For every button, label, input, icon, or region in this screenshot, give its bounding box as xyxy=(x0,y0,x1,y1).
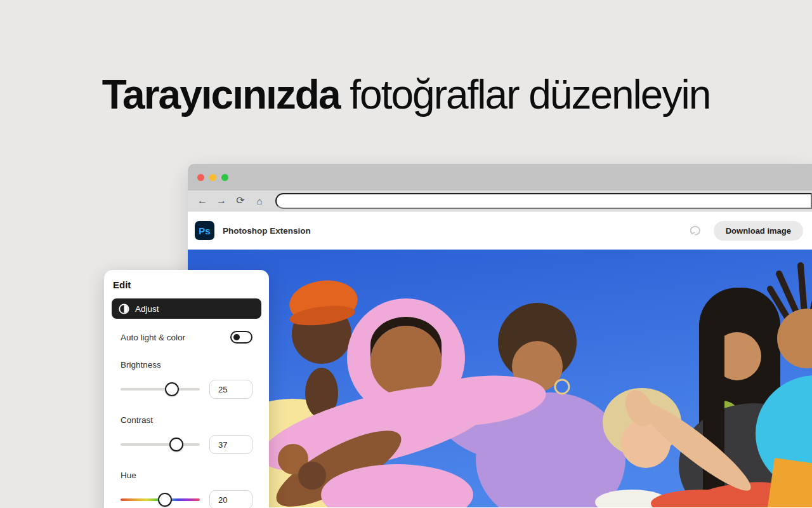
minimize-window-button[interactable] xyxy=(209,174,216,181)
app-title: Photoshop Extension xyxy=(223,226,311,236)
page-title-rest: fotoğraflar düzenleyin xyxy=(340,72,710,117)
hue-label: Hue xyxy=(121,471,252,480)
auto-light-color-label: Auto light & color xyxy=(121,333,185,342)
contrast-control: Contrast xyxy=(121,415,252,454)
brightness-value-input[interactable] xyxy=(209,380,252,399)
photo-of-friends xyxy=(188,250,812,507)
toggle-knob xyxy=(233,334,240,340)
app-header: Ps Photoshop Extension Download image xyxy=(188,211,812,250)
download-image-button[interactable]: Download image xyxy=(714,221,803,241)
close-window-button[interactable] xyxy=(197,174,204,181)
browser-titlebar xyxy=(188,164,812,190)
hue-control: Hue xyxy=(121,471,252,508)
edit-panel: Edit Adjust Auto light & color Brightnes… xyxy=(104,270,269,508)
zoom-window-button[interactable] xyxy=(221,174,228,181)
hue-slider[interactable] xyxy=(121,493,200,507)
auto-light-color-toggle[interactable] xyxy=(230,331,252,344)
photo-canvas xyxy=(188,250,812,507)
edit-panel-title: Edit xyxy=(113,279,260,290)
hue-slider-knob[interactable] xyxy=(158,493,172,507)
app-header-actions: Download image xyxy=(689,221,803,241)
contrast-slider[interactable] xyxy=(121,438,200,451)
page-title-bold: Tarayıcınızda xyxy=(102,72,340,117)
contrast-slider-knob[interactable] xyxy=(169,438,183,451)
contrast-icon xyxy=(119,304,129,314)
page-title: Tarayıcınızda fotoğraflar düzenleyin xyxy=(0,71,812,118)
adjust-button-label: Adjust xyxy=(135,304,159,314)
refresh-icon[interactable]: ⟳ xyxy=(231,196,250,206)
auto-light-color-row: Auto light & color xyxy=(121,331,252,344)
browser-navbar: ← → ⟳ ⌂ xyxy=(188,190,812,211)
traffic-lights xyxy=(197,174,228,181)
contrast-value-input[interactable] xyxy=(209,435,252,454)
forward-icon[interactable]: → xyxy=(212,196,231,206)
brightness-slider-knob[interactable] xyxy=(165,382,179,396)
undo-icon[interactable] xyxy=(689,223,704,238)
address-bar-input[interactable] xyxy=(275,193,812,209)
contrast-label: Contrast xyxy=(121,415,252,425)
back-icon[interactable]: ← xyxy=(193,196,212,206)
brightness-slider[interactable] xyxy=(121,382,200,396)
photoshop-logo: Ps xyxy=(195,221,214,240)
adjust-button[interactable]: Adjust xyxy=(112,298,261,319)
browser-window: ← → ⟳ ⌂ Ps Photoshop Extension Download … xyxy=(188,164,812,508)
hue-value-input[interactable] xyxy=(209,490,252,508)
home-icon[interactable]: ⌂ xyxy=(250,196,269,206)
brightness-control: Brightness xyxy=(121,360,252,399)
brightness-label: Brightness xyxy=(121,360,252,370)
